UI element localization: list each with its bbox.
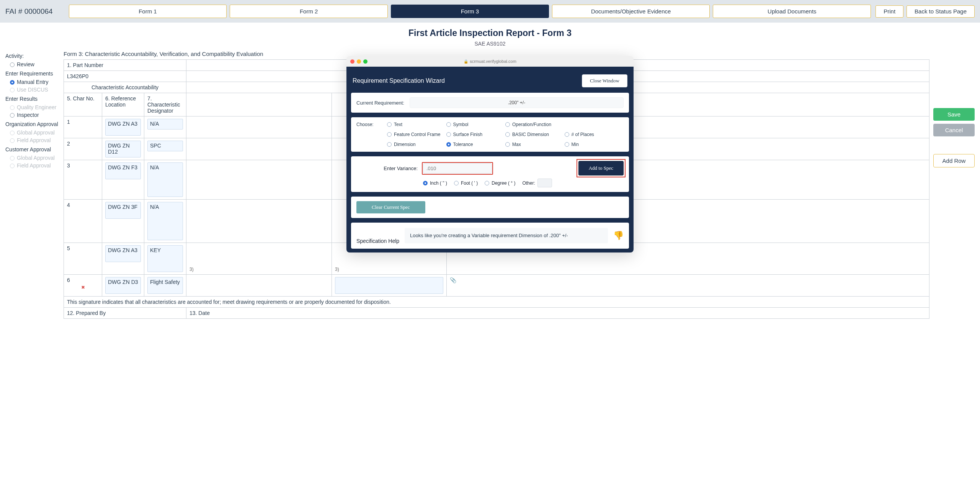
radio-icon [10, 138, 15, 143]
save-button[interactable]: Save [933, 108, 975, 121]
delete-row-icon[interactable]: ✖ [67, 285, 99, 290]
option-text[interactable]: Text [387, 122, 446, 127]
option-places[interactable]: # of Places [565, 132, 624, 137]
option-surface[interactable]: Surface Finish [446, 132, 506, 137]
page-title: First Article Inspection Report - Form 3 [0, 28, 980, 38]
sidebar-item-quality-engineer: Quality Engineer [5, 103, 60, 111]
print-button[interactable]: Print [875, 5, 903, 18]
sidebar-item-manual-entry[interactable]: Manual Entry [5, 78, 60, 86]
unit-inch[interactable]: Inch ( " ) [423, 180, 447, 186]
tab-form3[interactable]: Form 3 [391, 5, 549, 18]
signature-text: This signature indicates that all charac… [64, 297, 929, 308]
char-no: 6✖ [64, 275, 102, 297]
sidebar-item-inspector[interactable]: Inspector [5, 111, 60, 119]
part-number-value: L3426P0 [64, 71, 186, 82]
ref-location-input[interactable]: DWG ZN D12 [105, 141, 141, 157]
other-unit-input[interactable] [537, 179, 552, 187]
char-no: 3 [64, 160, 102, 200]
char-designator-input[interactable]: SPC [147, 141, 183, 151]
tab-bar: Form 1 Form 2 Form 3 Documents/Objective… [69, 5, 871, 18]
wizard-title: Requirement Specification Wizard [353, 77, 445, 84]
choose-label: Choose: [356, 122, 387, 127]
cell-marker: 3) [189, 267, 194, 272]
th-char-acc: Characteristic Accountability [64, 82, 186, 93]
current-requirement-value: .200" +/- [410, 97, 624, 108]
add-to-spec-button[interactable]: Add to Spec [578, 161, 624, 175]
sidebar-item-cust-field-approval: Field Approval [5, 162, 60, 169]
spec-wizard-modal: 🔒scrmuat.verifyglobal.com Requirement Sp… [346, 56, 634, 252]
close-window-button[interactable]: Close Window [582, 74, 627, 87]
tab-form2[interactable]: Form 2 [230, 5, 388, 18]
ref-location-input[interactable]: DWG ZN 3F [105, 202, 141, 219]
prepared-by-label: 12. Prepared By [64, 308, 186, 319]
char-designator-input[interactable]: N/A [147, 162, 183, 197]
variance-input[interactable] [423, 163, 492, 174]
sidebar-item-field-approval: Field Approval [5, 136, 60, 144]
page-subtitle: SAE AS9102 [0, 41, 980, 47]
option-tolerance[interactable]: Tolerance [446, 142, 506, 147]
thumbs-down-icon[interactable]: 👎 [613, 231, 624, 241]
window-min-icon[interactable] [357, 59, 361, 64]
add-row-button[interactable]: Add Row [933, 154, 975, 167]
sidebar-item-cust-global-approval: Global Approval [5, 154, 60, 162]
unit-degree[interactable]: Degree ( ° ) [485, 180, 515, 186]
ref-location-input[interactable]: DWG ZN D3 [105, 277, 141, 294]
option-basic[interactable]: BASIC Dimension [505, 132, 565, 137]
sidebar-item-review[interactable]: Review [5, 61, 60, 68]
table-row: 6✖ DWG ZN D3 Flight Safety 📎 [64, 275, 929, 297]
ref-location-input[interactable]: DWG ZN A3 [105, 245, 141, 262]
sidebar: Activity: Review Enter Requirements Manu… [5, 51, 60, 319]
spec-help-text: Looks like you're creating a Variable re… [405, 228, 608, 243]
char-designator-input[interactable]: N/A [147, 202, 183, 240]
option-dimension[interactable]: Dimension [387, 142, 446, 147]
lock-icon: 🔒 [464, 59, 468, 64]
empty-input[interactable] [335, 277, 443, 294]
radio-icon [10, 164, 15, 168]
paperclip-icon[interactable]: 📎 [450, 277, 456, 283]
char-no: 2 [64, 138, 102, 160]
enter-requirements-head: Enter Requirements [5, 70, 60, 77]
char-designator-input[interactable]: N/A [147, 119, 183, 130]
modal-url: 🔒scrmuat.verifyglobal.com [464, 59, 516, 64]
tab-upload[interactable]: Upload Documents [713, 5, 871, 18]
tab-documents[interactable]: Documents/Objective Evidence [552, 5, 710, 18]
radio-icon [10, 131, 15, 135]
radio-icon [10, 113, 15, 118]
back-to-status-button[interactable]: Back to Status Page [906, 5, 975, 18]
option-max[interactable]: Max [505, 142, 565, 147]
char-no: 1 [64, 116, 102, 138]
window-close-icon[interactable] [350, 59, 354, 64]
option-fcf[interactable]: Feature Control Frame [387, 132, 446, 137]
spec-help-label: Specification Help [356, 227, 399, 244]
radio-icon [10, 80, 15, 85]
option-operation[interactable]: Operation/Function [505, 122, 565, 127]
modal-titlebar: 🔒scrmuat.verifyglobal.com [346, 56, 634, 67]
org-approval-head: Organization Approval [5, 121, 60, 127]
option-symbol[interactable]: Symbol [446, 122, 506, 127]
char-designator-input[interactable]: Flight Safety [147, 277, 183, 294]
cust-approval-head: Customer Approval [5, 146, 60, 152]
option-min[interactable]: Min [565, 142, 624, 147]
ref-location-input[interactable]: DWG ZN F3 [105, 162, 141, 179]
fai-id: FAI # 0000064 [5, 7, 64, 16]
radio-icon [10, 156, 15, 161]
enter-results-head: Enter Results [5, 96, 60, 102]
unit-other[interactable]: Other: [522, 179, 552, 187]
char-no: 5 [64, 243, 102, 275]
char-no: 4 [64, 200, 102, 243]
window-max-icon[interactable] [363, 59, 368, 64]
ref-location-input[interactable]: DWG ZN A3 [105, 119, 141, 136]
variance-label: Enter Variance: [356, 166, 418, 171]
radio-icon [10, 105, 15, 110]
date-label: 13. Date [186, 308, 929, 319]
cell-marker: 3) [335, 267, 339, 272]
clear-spec-button[interactable]: Clear Current Spec [356, 201, 425, 213]
current-requirement-label: Current Requirement: [356, 100, 404, 106]
unit-foot[interactable]: Foot ( ' ) [454, 180, 478, 186]
cancel-button[interactable]: Cancel [933, 124, 975, 136]
radio-icon [10, 62, 15, 67]
char-designator-input[interactable]: KEY [147, 245, 183, 272]
th-char-des: 7. Characteristic Designator [144, 93, 186, 116]
tab-form1[interactable]: Form 1 [69, 5, 227, 18]
radio-icon [10, 88, 15, 92]
